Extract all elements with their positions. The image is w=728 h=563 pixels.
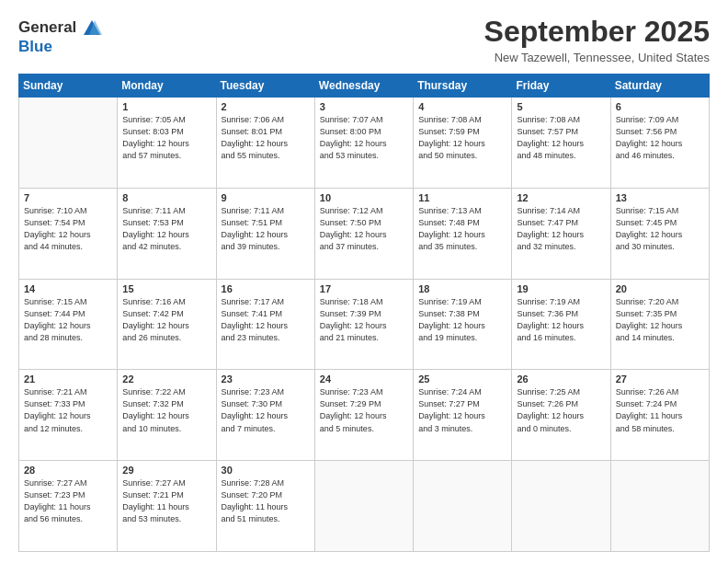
table-row: 16Sunrise: 7:17 AM Sunset: 7:41 PM Dayli… [216,279,314,370]
day-number: 15 [122,283,210,294]
day-info: Sunrise: 7:23 AM Sunset: 7:29 PM Dayligh… [320,386,408,434]
table-row: 2Sunrise: 7:06 AM Sunset: 8:01 PM Daylig… [216,98,314,189]
calendar-header-row: Sunday Monday Tuesday Wednesday Thursday… [19,75,710,98]
table-row: 25Sunrise: 7:24 AM Sunset: 7:27 PM Dayli… [414,370,512,461]
col-tuesday: Tuesday [216,75,314,98]
calendar-week-row: 1Sunrise: 7:05 AM Sunset: 8:03 PM Daylig… [19,98,710,189]
table-row: 18Sunrise: 7:19 AM Sunset: 7:38 PM Dayli… [414,279,512,370]
logo: General Blue [18,18,102,56]
day-info: Sunrise: 7:22 AM Sunset: 7:32 PM Dayligh… [122,386,210,434]
table-row: 1Sunrise: 7:05 AM Sunset: 8:03 PM Daylig… [118,98,216,189]
table-row: 8Sunrise: 7:11 AM Sunset: 7:53 PM Daylig… [118,188,216,279]
table-row: 4Sunrise: 7:08 AM Sunset: 7:59 PM Daylig… [414,98,512,189]
table-row [512,461,610,552]
day-number: 13 [616,192,704,203]
day-number: 27 [616,373,704,385]
calendar-week-row: 7Sunrise: 7:10 AM Sunset: 7:54 PM Daylig… [19,188,710,279]
day-number: 1 [122,101,210,112]
day-info: Sunrise: 7:11 AM Sunset: 7:51 PM Dayligh… [222,205,310,253]
day-info: Sunrise: 7:11 AM Sunset: 7:53 PM Dayligh… [122,205,210,253]
day-info: Sunrise: 7:23 AM Sunset: 7:30 PM Dayligh… [222,386,310,434]
day-number: 5 [517,101,605,112]
col-friday: Friday [512,75,610,98]
table-row: 9Sunrise: 7:11 AM Sunset: 7:51 PM Daylig… [216,188,314,279]
col-sunday: Sunday [19,75,118,98]
day-number: 4 [418,101,506,112]
logo-blue: Blue [18,39,102,56]
table-row: 12Sunrise: 7:14 AM Sunset: 7:47 PM Dayli… [512,188,610,279]
day-info: Sunrise: 7:08 AM Sunset: 7:57 PM Dayligh… [517,114,605,162]
day-info: Sunrise: 7:05 AM Sunset: 8:03 PM Dayligh… [122,114,210,162]
day-number: 25 [418,373,506,385]
col-monday: Monday [118,75,216,98]
day-info: Sunrise: 7:15 AM Sunset: 7:45 PM Dayligh… [616,205,704,253]
table-row: 20Sunrise: 7:20 AM Sunset: 7:35 PM Dayli… [610,279,709,370]
table-row: 22Sunrise: 7:22 AM Sunset: 7:32 PM Dayli… [118,370,216,461]
day-number: 16 [222,283,310,294]
day-info: Sunrise: 7:28 AM Sunset: 7:20 PM Dayligh… [222,477,310,525]
table-row: 27Sunrise: 7:26 AM Sunset: 7:24 PM Dayli… [610,370,709,461]
day-info: Sunrise: 7:13 AM Sunset: 7:48 PM Dayligh… [418,205,506,253]
day-info: Sunrise: 7:24 AM Sunset: 7:27 PM Dayligh… [418,386,506,434]
logo-general: General [18,18,76,36]
day-info: Sunrise: 7:12 AM Sunset: 7:50 PM Dayligh… [320,205,408,253]
calendar-week-row: 14Sunrise: 7:15 AM Sunset: 7:44 PM Dayli… [19,279,710,370]
day-number: 30 [222,465,310,476]
logo-text: General Blue [18,18,102,56]
logo-icon [82,18,102,39]
day-number: 28 [24,465,112,476]
table-row: 17Sunrise: 7:18 AM Sunset: 7:39 PM Dayli… [314,279,413,370]
day-number: 12 [517,192,605,203]
col-thursday: Thursday [414,75,512,98]
day-info: Sunrise: 7:09 AM Sunset: 7:56 PM Dayligh… [616,114,704,162]
table-row: 14Sunrise: 7:15 AM Sunset: 7:44 PM Dayli… [19,279,118,370]
title-block: September 2025 New Tazewell, Tennessee, … [484,15,710,64]
day-info: Sunrise: 7:18 AM Sunset: 7:39 PM Dayligh… [320,296,408,344]
table-row: 21Sunrise: 7:21 AM Sunset: 7:33 PM Dayli… [19,370,118,461]
day-number: 17 [320,283,408,294]
day-info: Sunrise: 7:21 AM Sunset: 7:33 PM Dayligh… [24,386,112,434]
table-row: 28Sunrise: 7:27 AM Sunset: 7:23 PM Dayli… [19,461,118,552]
table-row [414,461,512,552]
table-row: 11Sunrise: 7:13 AM Sunset: 7:48 PM Dayli… [414,188,512,279]
table-row: 24Sunrise: 7:23 AM Sunset: 7:29 PM Dayli… [314,370,413,461]
day-number: 23 [222,373,310,385]
day-number: 11 [418,192,506,203]
calendar-week-row: 28Sunrise: 7:27 AM Sunset: 7:23 PM Dayli… [19,461,710,552]
calendar-table: Sunday Monday Tuesday Wednesday Thursday… [18,74,710,552]
day-info: Sunrise: 7:14 AM Sunset: 7:47 PM Dayligh… [517,205,605,253]
day-info: Sunrise: 7:15 AM Sunset: 7:44 PM Dayligh… [24,296,112,344]
table-row: 29Sunrise: 7:27 AM Sunset: 7:21 PM Dayli… [118,461,216,552]
day-info: Sunrise: 7:07 AM Sunset: 8:00 PM Dayligh… [320,114,408,162]
day-number: 3 [320,101,408,112]
header: General Blue September 2025 New Tazewell… [18,15,710,64]
day-number: 21 [24,373,112,385]
day-info: Sunrise: 7:19 AM Sunset: 7:36 PM Dayligh… [517,296,605,344]
table-row: 15Sunrise: 7:16 AM Sunset: 7:42 PM Dayli… [118,279,216,370]
day-info: Sunrise: 7:27 AM Sunset: 7:23 PM Dayligh… [24,477,112,525]
day-info: Sunrise: 7:25 AM Sunset: 7:26 PM Dayligh… [517,386,605,434]
col-wednesday: Wednesday [314,75,413,98]
day-info: Sunrise: 7:27 AM Sunset: 7:21 PM Dayligh… [122,477,210,525]
day-number: 18 [418,283,506,294]
day-info: Sunrise: 7:26 AM Sunset: 7:24 PM Dayligh… [616,386,704,434]
location: New Tazewell, Tennessee, United States [484,51,710,64]
table-row: 26Sunrise: 7:25 AM Sunset: 7:26 PM Dayli… [512,370,610,461]
table-row: 19Sunrise: 7:19 AM Sunset: 7:36 PM Dayli… [512,279,610,370]
day-number: 6 [616,101,704,112]
col-saturday: Saturday [610,75,709,98]
day-number: 2 [222,101,310,112]
day-info: Sunrise: 7:20 AM Sunset: 7:35 PM Dayligh… [616,296,704,344]
table-row: 7Sunrise: 7:10 AM Sunset: 7:54 PM Daylig… [19,188,118,279]
day-number: 9 [222,192,310,203]
day-info: Sunrise: 7:17 AM Sunset: 7:41 PM Dayligh… [222,296,310,344]
day-number: 8 [122,192,210,203]
page: General Blue September 2025 New Tazewell… [0,0,728,563]
day-number: 10 [320,192,408,203]
day-number: 26 [517,373,605,385]
day-number: 7 [24,192,112,203]
day-info: Sunrise: 7:06 AM Sunset: 8:01 PM Dayligh… [222,114,310,162]
day-number: 20 [616,283,704,294]
table-row: 30Sunrise: 7:28 AM Sunset: 7:20 PM Dayli… [216,461,314,552]
table-row [610,461,709,552]
